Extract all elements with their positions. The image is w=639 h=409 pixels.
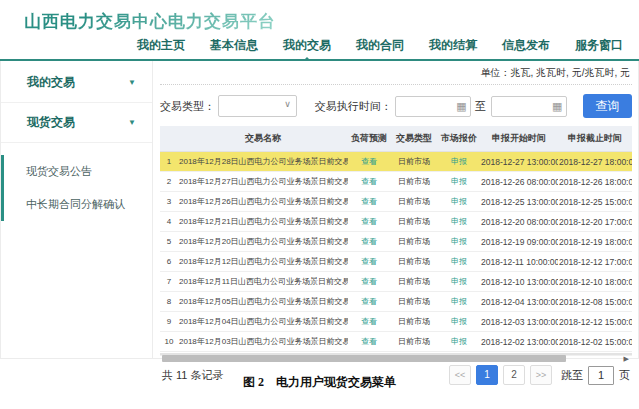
main-panel: 单位：兆瓦, 兆瓦时, 元/兆瓦时, 元 交易类型： ∨ 交易执行时间： ▦ 至… xyxy=(153,61,638,358)
col-load-forecast[interactable]: 负荷预测 xyxy=(348,126,390,152)
caret-down-icon: ▼ xyxy=(128,78,136,87)
quote-link[interactable]: 申报 xyxy=(438,252,480,272)
trade-name-cell: 2018年12月20日山西电力公司业务场景日前交易 xyxy=(178,232,348,252)
view-link[interactable]: 查看 xyxy=(348,332,390,352)
scroll-right-icon[interactable]: ▶ xyxy=(624,355,629,363)
col-start-time[interactable]: 申报开始时间 xyxy=(480,126,558,152)
sidebar-group[interactable]: 我的交易▼ xyxy=(1,63,152,103)
col-market-quote[interactable]: 市场报价 xyxy=(438,126,480,152)
quote-link[interactable]: 申报 xyxy=(438,312,480,332)
trade-type-cell: 日前市场 xyxy=(390,172,438,192)
table-body: 12018年12月28日山西电力公司业务场景日前交易查看日前市场申报2018-1… xyxy=(160,152,632,352)
row-index: 4 xyxy=(160,212,178,232)
nav-item[interactable]: 我的交易 xyxy=(283,37,331,54)
filter-bar: 交易类型： ∨ 交易执行时间： ▦ 至 ▦ 查询 xyxy=(160,85,632,126)
trade-type-cell: 日前市场 xyxy=(390,232,438,252)
record-count: 共 11 条记录 xyxy=(162,368,224,383)
row-index: 1 xyxy=(160,152,178,172)
start-time-cell: 2018-12-03 13:00:00 xyxy=(480,312,558,332)
view-link[interactable]: 查看 xyxy=(348,292,390,312)
row-index: 7 xyxy=(160,272,178,292)
trade-table: 交易名称 负荷预测 交易类型 市场报价 申报开始时间 申报截止时间 12018年… xyxy=(160,126,632,352)
navbar: 我的主页基本信息我的交易我的合同我的结算信息发布服务窗口 xyxy=(0,37,639,61)
end-time-cell: 2018-12-25 15:00:00 xyxy=(558,192,632,212)
start-time-cell: 2018-12-11 10:00:00 xyxy=(480,252,558,272)
table-row[interactable]: 32018年12月26日山西电力公司业务场景日前交易查看日前市场申报2018-1… xyxy=(160,192,632,212)
sidebar-item[interactable]: 中长期合同分解确认 xyxy=(4,188,152,221)
trade-name-cell: 2018年12月03日山西电力公司业务场景日前交易 xyxy=(178,332,348,352)
page-button[interactable]: 1 xyxy=(476,365,498,385)
search-button[interactable]: 查询 xyxy=(583,94,633,118)
trade-type-cell: 日前市场 xyxy=(390,252,438,272)
quote-link[interactable]: 申报 xyxy=(438,332,480,352)
trade-name-cell: 2018年12月21日山西电力公司业务场景日前交易 xyxy=(178,212,348,232)
quote-link[interactable]: 申报 xyxy=(438,272,480,292)
quote-link[interactable]: 申报 xyxy=(438,152,480,172)
end-time-cell: 2018-12-20 17:00:00 xyxy=(558,212,632,232)
table-row[interactable]: 102018年12月03日山西电力公司业务场景日前交易查看日前市场申报2018-… xyxy=(160,332,632,352)
table-row[interactable]: 62018年12月12日山西电力公司业务场景日前交易查看日前市场申报2018-1… xyxy=(160,252,632,272)
row-index: 8 xyxy=(160,292,178,312)
sidebar-group-label: 现货交易 xyxy=(27,114,75,131)
start-time-cell: 2018-12-20 08:00:00 xyxy=(480,212,558,232)
view-link[interactable]: 查看 xyxy=(348,272,390,292)
table-row[interactable]: 22018年12月27日山西电力公司业务场景日前交易查看日前市场申报2018-1… xyxy=(160,172,632,192)
nav-item[interactable]: 基本信息 xyxy=(210,37,258,54)
scrollbar-thumb[interactable] xyxy=(162,355,566,362)
next-page-button[interactable]: >> xyxy=(530,365,552,385)
app-body: 我的交易▼现货交易▼ 现货交易公告中长期合同分解确认 单位：兆瓦, 兆瓦时, 元… xyxy=(0,61,639,359)
sidebar-item[interactable]: 现货交易公告 xyxy=(4,155,152,188)
col-trade-name[interactable]: 交易名称 xyxy=(178,126,348,152)
col-trade-type[interactable]: 交易类型 xyxy=(390,126,438,152)
table-row[interactable]: 52018年12月20日山西电力公司业务场景日前交易查看日前市场申报2018-1… xyxy=(160,232,632,252)
table-row[interactable]: 82018年12月05日山西电力公司业务场景日前交易查看日前市场申报2018-1… xyxy=(160,292,632,312)
start-time-cell: 2018-12-27 13:00:00 xyxy=(480,152,558,172)
end-time-cell: 2018-12-10 18:00:00 xyxy=(558,272,632,292)
start-time-cell: 2018-12-19 09:00:00 xyxy=(480,232,558,252)
view-link[interactable]: 查看 xyxy=(348,172,390,192)
nav-item[interactable]: 我的合同 xyxy=(356,37,404,54)
start-date-input[interactable]: ▦ xyxy=(395,96,471,117)
end-date-input[interactable]: ▦ xyxy=(491,96,567,117)
quote-link[interactable]: 申报 xyxy=(438,172,480,192)
row-index: 10 xyxy=(160,332,178,352)
start-time-cell: 2018-12-25 13:00:00 xyxy=(480,192,558,212)
table-row[interactable]: 72018年12月11日山西电力公司业务场景日前交易查看日前市场申报2018-1… xyxy=(160,272,632,292)
trade-type-cell: 日前市场 xyxy=(390,192,438,212)
view-link[interactable]: 查看 xyxy=(348,232,390,252)
quote-link[interactable]: 申报 xyxy=(438,232,480,252)
view-link[interactable]: 查看 xyxy=(348,312,390,332)
table-row[interactable]: 42018年12月21日山西电力公司业务场景日前交易查看日前市场申报2018-1… xyxy=(160,212,632,232)
row-index: 5 xyxy=(160,232,178,252)
quote-link[interactable]: 申报 xyxy=(438,212,480,232)
prev-page-button[interactable]: << xyxy=(449,365,471,385)
trade-name-cell: 2018年12月12日山西电力公司业务场景日前交易 xyxy=(178,252,348,272)
view-link[interactable]: 查看 xyxy=(348,192,390,212)
quote-link[interactable]: 申报 xyxy=(438,292,480,312)
view-link[interactable]: 查看 xyxy=(348,212,390,232)
sidebar-group[interactable]: 现货交易▼ xyxy=(1,103,152,143)
quote-link[interactable]: 申报 xyxy=(438,192,480,212)
nav-item[interactable]: 我的主页 xyxy=(137,37,185,54)
trade-type-cell: 日前市场 xyxy=(390,152,438,172)
end-time-cell: 2018-12-12 15:00:00 xyxy=(558,312,632,332)
nav-item[interactable]: 服务窗口 xyxy=(575,37,623,54)
col-end-time[interactable]: 申报截止时间 xyxy=(558,126,632,152)
to-label: 至 xyxy=(475,99,486,114)
trade-type-label: 交易类型： xyxy=(160,99,215,114)
page-unit-label: 页 xyxy=(619,368,630,383)
trade-type-select[interactable]: ∨ xyxy=(218,95,297,117)
horizontal-scrollbar[interactable]: ▶ xyxy=(160,353,632,355)
nav-item[interactable]: 信息发布 xyxy=(502,37,550,54)
view-link[interactable]: 查看 xyxy=(348,252,390,272)
table-row[interactable]: 92018年12月04日山西电力公司业务场景日前交易查看日前市场申报2018-1… xyxy=(160,312,632,332)
start-time-cell: 2018-12-10 13:00:00 xyxy=(480,272,558,292)
sidebar-groups: 我的交易▼现货交易▼ xyxy=(1,63,152,143)
table-row[interactable]: 12018年12月28日山西电力公司业务场景日前交易查看日前市场申报2018-1… xyxy=(160,152,632,172)
page-button[interactable]: 2 xyxy=(503,365,525,385)
nav-item[interactable]: 我的结算 xyxy=(429,37,477,54)
jump-page-input[interactable] xyxy=(588,366,614,385)
view-link[interactable]: 查看 xyxy=(348,152,390,172)
end-time-cell: 2018-12-19 18:00:00 xyxy=(558,232,632,252)
row-index: 2 xyxy=(160,172,178,192)
